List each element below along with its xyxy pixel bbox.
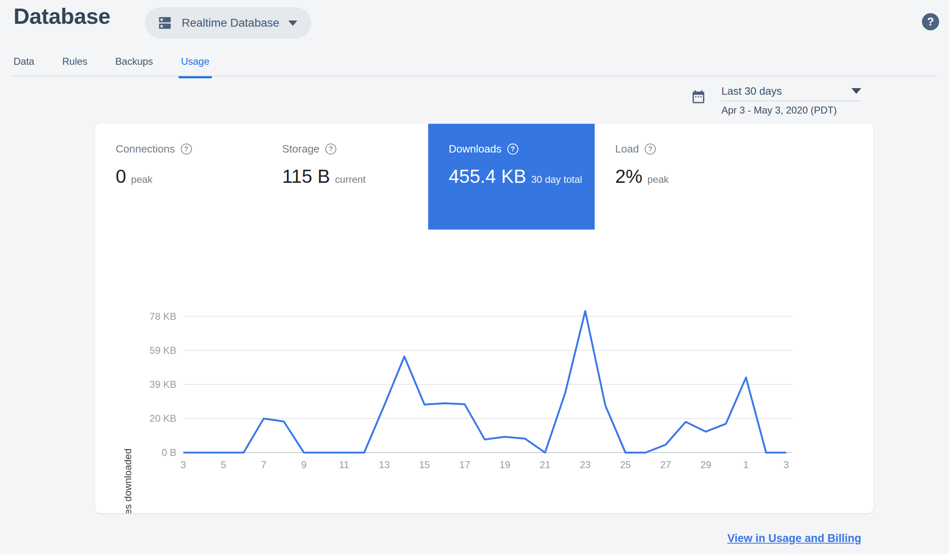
svg-text:3: 3 bbox=[180, 459, 186, 470]
date-range-preset: Last 30 days bbox=[721, 84, 782, 98]
svg-text:23: 23 bbox=[580, 459, 591, 470]
calendar-icon bbox=[691, 89, 706, 106]
metric-storage-suffix: current bbox=[335, 174, 366, 185]
svg-text:78 KB: 78 KB bbox=[150, 311, 176, 322]
tab-usage[interactable]: Usage bbox=[181, 56, 209, 77]
svg-text:20 KB: 20 KB bbox=[150, 413, 176, 424]
database-icon bbox=[157, 15, 173, 31]
svg-text:7: 7 bbox=[261, 459, 266, 470]
tab-usage-label: Usage bbox=[181, 56, 209, 67]
metric-load-value: 2% bbox=[615, 165, 642, 187]
svg-text:19: 19 bbox=[500, 459, 511, 470]
help-icon[interactable]: ? bbox=[181, 143, 192, 155]
svg-text:13: 13 bbox=[379, 459, 390, 470]
help-icon[interactable]: ? bbox=[507, 143, 518, 155]
metric-load[interactable]: Load ? 2% peak bbox=[595, 124, 761, 230]
metric-connections-value: 0 bbox=[116, 165, 126, 187]
tab-rules[interactable]: Rules bbox=[62, 56, 87, 77]
usage-card: Connections ? 0 peak Storage ? 115 B cur… bbox=[95, 124, 874, 513]
svg-text:29: 29 bbox=[700, 459, 712, 470]
svg-text:17: 17 bbox=[459, 459, 470, 470]
tab-backups[interactable]: Backups bbox=[115, 56, 153, 77]
metric-connections[interactable]: Connections ? 0 peak bbox=[95, 124, 262, 230]
usage-billing-link[interactable]: View in Usage and Billing bbox=[727, 532, 861, 545]
help-button[interactable]: ? bbox=[922, 13, 939, 30]
bottom-strip bbox=[0, 554, 949, 560]
tab-data[interactable]: Data bbox=[14, 56, 34, 77]
metric-connections-label: Connections bbox=[116, 143, 175, 155]
help-glyph: ? bbox=[511, 145, 515, 153]
help-glyph: ? bbox=[184, 145, 188, 153]
svg-text:59 KB: 59 KB bbox=[150, 345, 176, 356]
metric-load-label: Load bbox=[615, 143, 639, 155]
date-range-text: Last 30 days Apr 3 - May 3, 2020 (PDT) bbox=[721, 84, 861, 116]
metric-storage[interactable]: Storage ? 115 B current bbox=[262, 124, 428, 230]
database-selector[interactable]: Realtime Database bbox=[145, 7, 311, 39]
date-range-value: Apr 3 - May 3, 2020 (PDT) bbox=[721, 105, 861, 116]
chevron-down-icon bbox=[288, 20, 297, 26]
metric-downloads-value: 455.4 KB bbox=[449, 165, 526, 187]
metrics-row: Connections ? 0 peak Storage ? 115 B cur… bbox=[95, 124, 761, 230]
page-title: Database bbox=[14, 3, 110, 29]
help-icon: ? bbox=[927, 16, 934, 28]
svg-text:9: 9 bbox=[301, 459, 306, 470]
svg-text:21: 21 bbox=[540, 459, 551, 470]
svg-text:15: 15 bbox=[419, 459, 430, 470]
svg-text:3: 3 bbox=[783, 459, 789, 470]
y-axis-title: Bytes downloaded bbox=[122, 448, 134, 513]
downloads-chart: Bytes downloaded 78 KB59 KB39 KB20 KB0 B… bbox=[123, 295, 820, 484]
tab-rules-label: Rules bbox=[62, 56, 87, 67]
svg-text:25: 25 bbox=[620, 459, 631, 470]
metric-storage-value: 115 B bbox=[282, 165, 330, 187]
help-icon[interactable]: ? bbox=[325, 143, 336, 155]
svg-text:39 KB: 39 KB bbox=[150, 379, 176, 390]
downloads-line-chart: 78 KB59 KB39 KB20 KB0 B35791113151719212… bbox=[123, 295, 820, 484]
help-glyph: ? bbox=[328, 145, 333, 153]
chevron-down-icon bbox=[851, 88, 861, 94]
svg-text:0 B: 0 B bbox=[162, 447, 176, 458]
svg-text:1: 1 bbox=[743, 459, 748, 470]
tab-backups-label: Backups bbox=[115, 56, 153, 67]
svg-text:5: 5 bbox=[221, 459, 226, 470]
metric-downloads[interactable]: Downloads ? 455.4 KB 30 day total bbox=[428, 124, 595, 230]
svg-text:27: 27 bbox=[660, 459, 671, 470]
metric-downloads-suffix: 30 day total bbox=[531, 174, 582, 185]
tabs-divider bbox=[12, 75, 937, 76]
tab-bar: Data Rules Backups Usage bbox=[14, 56, 210, 77]
metric-downloads-label: Downloads bbox=[449, 143, 502, 155]
tab-data-label: Data bbox=[14, 56, 34, 67]
help-glyph: ? bbox=[648, 145, 652, 153]
database-usage-page: Database Realtime Database ? Data Rules … bbox=[0, 0, 949, 560]
metric-load-suffix: peak bbox=[647, 174, 668, 185]
date-range-divider bbox=[721, 100, 861, 101]
database-selector-label: Realtime Database bbox=[182, 16, 279, 30]
svg-text:11: 11 bbox=[339, 459, 349, 470]
metric-storage-label: Storage bbox=[282, 143, 319, 155]
metric-connections-suffix: peak bbox=[131, 174, 153, 185]
help-icon[interactable]: ? bbox=[645, 143, 656, 155]
